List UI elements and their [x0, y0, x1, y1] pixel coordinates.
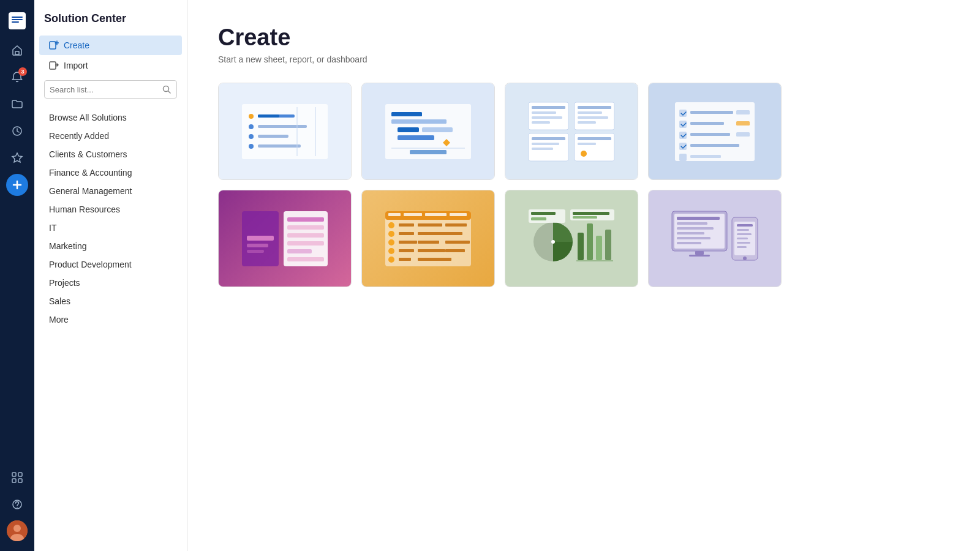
svg-rect-132	[737, 238, 748, 239]
svg-rect-4	[18, 473, 22, 476]
svg-rect-67	[690, 155, 721, 158]
svg-rect-55	[679, 110, 687, 117]
svg-rect-43	[578, 111, 602, 114]
sidebar-list: Browse All Solutions Recently Added Clie…	[34, 108, 187, 329]
svg-rect-130	[737, 229, 749, 231]
svg-rect-124	[677, 242, 701, 244]
sidebar-item-finance-accounting[interactable]: Finance & Accounting	[34, 163, 187, 182]
page-title: Create	[218, 24, 949, 51]
card-grid-label: Grid	[219, 179, 351, 180]
search-icon	[162, 84, 172, 94]
svg-rect-81	[388, 213, 401, 216]
search-box[interactable]	[44, 80, 177, 99]
card-workapps[interactable]: WorkApps	[648, 190, 782, 287]
svg-rect-63	[736, 132, 750, 137]
sidebar-item-marketing[interactable]: Marketing	[34, 237, 187, 255]
bell-icon[interactable]: 3	[6, 66, 28, 88]
svg-rect-24	[258, 144, 301, 148]
grid-icon[interactable]	[6, 467, 28, 489]
svg-rect-29	[391, 119, 447, 124]
svg-rect-111	[529, 209, 565, 223]
svg-point-97	[388, 248, 394, 254]
svg-rect-109	[605, 230, 611, 260]
svg-rect-49	[532, 148, 553, 150]
svg-rect-20	[258, 125, 307, 128]
sidebar-item-recently-added[interactable]: Recently Added	[34, 127, 187, 145]
card-cards-label: Cards	[505, 179, 638, 180]
card-grid-image	[219, 83, 351, 179]
card-report-label: Report	[362, 287, 494, 287]
sidebar-item-import[interactable]: Import	[39, 56, 182, 75]
svg-rect-86	[399, 223, 414, 227]
svg-point-10	[13, 525, 21, 532]
svg-rect-75	[287, 233, 324, 238]
svg-rect-3	[12, 473, 16, 476]
svg-rect-90	[399, 232, 414, 235]
svg-rect-82	[404, 213, 422, 216]
svg-rect-74	[287, 225, 324, 230]
svg-rect-35	[410, 150, 447, 154]
svg-rect-73	[287, 217, 324, 222]
create-label: Create	[64, 40, 89, 50]
card-form[interactable]: Form	[218, 190, 352, 287]
svg-rect-52	[578, 143, 596, 145]
svg-rect-102	[399, 258, 411, 261]
svg-point-8	[17, 507, 18, 508]
folder-icon[interactable]	[6, 93, 28, 115]
svg-rect-126	[689, 255, 710, 257]
svg-rect-125	[695, 251, 704, 255]
import-label: Import	[64, 61, 88, 70]
svg-rect-62	[690, 133, 730, 136]
card-tasklist[interactable]: Task List	[648, 83, 782, 180]
add-button[interactable]	[6, 174, 28, 196]
svg-rect-92	[445, 232, 462, 235]
card-grid[interactable]: Grid	[218, 83, 352, 180]
sidebar-item-it[interactable]: IT	[34, 219, 187, 237]
search-input[interactable]	[50, 85, 162, 94]
home-icon[interactable]	[6, 39, 28, 61]
sidebar-item-projects[interactable]: Projects	[34, 274, 187, 292]
svg-rect-30	[398, 127, 419, 132]
star-icon[interactable]	[6, 147, 28, 169]
card-dashboard[interactable]: Dashboard/Portal	[505, 190, 638, 287]
sidebar-title: Solution Center	[34, 12, 187, 35]
create-icon	[49, 40, 59, 50]
svg-rect-131	[737, 233, 752, 235]
svg-rect-65	[690, 144, 739, 147]
svg-rect-48	[532, 143, 559, 145]
svg-point-23	[249, 144, 254, 149]
sidebar-item-product-development[interactable]: Product Development	[34, 255, 187, 274]
card-cards-image	[505, 83, 638, 179]
svg-rect-6	[18, 479, 22, 482]
logo[interactable]	[6, 10, 28, 32]
sidebar-item-clients-customers[interactable]: Clients & Customers	[34, 145, 187, 163]
card-cards[interactable]: Cards	[505, 83, 638, 180]
svg-rect-42	[578, 106, 611, 109]
svg-point-135	[743, 257, 747, 260]
svg-point-93	[388, 239, 394, 246]
svg-rect-13	[50, 62, 56, 69]
sidebar-item-human-resources[interactable]: Human Resources	[34, 200, 187, 219]
svg-rect-66	[679, 154, 687, 161]
svg-rect-44	[578, 116, 608, 119]
sidebar-item-create[interactable]: Create	[39, 36, 182, 55]
card-report[interactable]: Report	[361, 190, 495, 287]
svg-rect-32	[398, 135, 434, 140]
svg-point-21	[249, 134, 254, 139]
svg-rect-45	[578, 121, 596, 124]
svg-rect-87	[418, 223, 442, 227]
sidebar-item-sales[interactable]: Sales	[34, 292, 187, 310]
main-content: Create Start a new sheet, report, or das…	[187, 0, 980, 551]
card-project[interactable]: Project	[361, 83, 495, 180]
svg-rect-76	[287, 241, 324, 246]
help-icon[interactable]	[6, 493, 28, 515]
svg-rect-38	[532, 111, 556, 114]
sidebar-item-more[interactable]: More	[34, 310, 187, 329]
svg-rect-64	[679, 143, 687, 150]
avatar[interactable]	[7, 520, 28, 541]
svg-rect-107	[587, 223, 593, 260]
sidebar-item-general-management[interactable]: General Management	[34, 182, 187, 200]
sidebar-item-browse-all[interactable]: Browse All Solutions	[34, 108, 187, 127]
clock-icon[interactable]	[6, 120, 28, 142]
card-workapps-image	[649, 190, 781, 287]
